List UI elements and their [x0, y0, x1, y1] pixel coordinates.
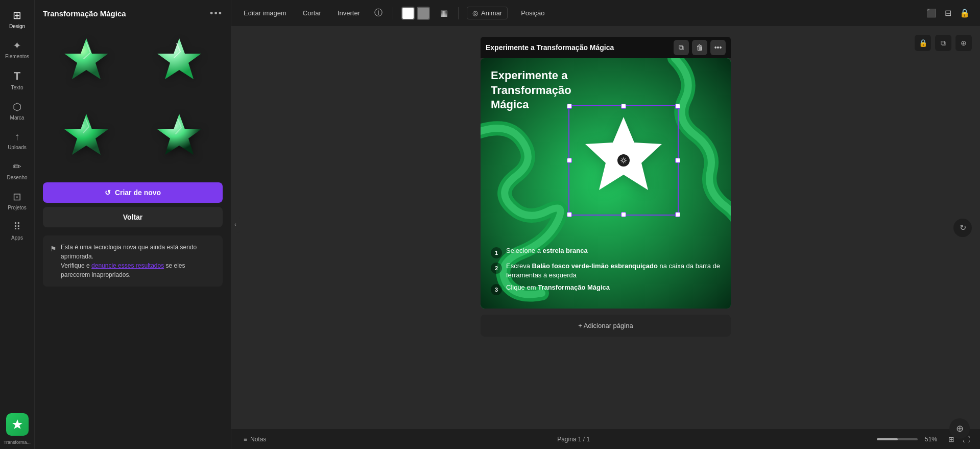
canvas-refresh-button[interactable]: ↻	[953, 219, 972, 237]
sidebar-item-projetos[interactable]: ⊡ Projetos	[2, 186, 33, 215]
texto-icon: T	[14, 69, 20, 83]
panel-title: Transformação Mágica	[43, 9, 126, 18]
criar-de-novo-button[interactable]: ↺ Criar de novo	[43, 182, 223, 203]
sidebar-item-label: Desenho	[7, 175, 27, 180]
projetos-icon: ⊡	[13, 191, 21, 203]
accessibility-icon: ⊕	[956, 423, 964, 434]
sidebar-item-label: Elementos	[5, 54, 29, 59]
cortar-button[interactable]: Cortar	[299, 7, 325, 19]
notes-icon: ≡	[244, 436, 247, 443]
canvas-lock-icon[interactable]: 🔒	[915, 35, 931, 51]
sidebar-item-label: Projetos	[8, 205, 27, 210]
canvas-area: 🔒 ⧉ ⊕ ↻ Experimente a Transformação Mági…	[231, 27, 980, 429]
design-icon: ⊞	[13, 9, 21, 21]
sidebar-item-elementos[interactable]: ✦ Elementos	[2, 35, 33, 63]
step-num-2: 2	[491, 263, 502, 274]
sidebar-item-design[interactable]: ⊞ Design	[2, 5, 33, 33]
canvas-add-icon[interactable]: ⊕	[955, 35, 972, 51]
sidebar-item-label: Design	[9, 23, 25, 29]
app-shortcut-icon[interactable]	[6, 413, 29, 436]
card-title: Experimente a Transformação Mágica	[486, 43, 671, 52]
step-3: 3 Clique em Transformação Mágica	[491, 283, 721, 295]
star-item-1[interactable]	[43, 29, 130, 99]
desenho-icon: ✏	[13, 160, 21, 173]
sidebar-item-label: Texto	[11, 85, 23, 90]
page-info: Página 1 / 1	[557, 436, 590, 443]
color-swatch-gray[interactable]	[417, 7, 430, 20]
zoom-percentage: 51%	[922, 436, 940, 443]
align-icon[interactable]: ⊟	[943, 6, 953, 20]
panel: Transformação Mágica •••	[35, 0, 231, 449]
stars-grid	[35, 25, 231, 182]
striped-pattern-icon[interactable]: ▦	[438, 6, 450, 20]
accessibility-button[interactable]: ⊕	[949, 418, 970, 439]
info-box: ⚑ Esta é uma tecnologia nova que ainda e…	[43, 235, 223, 287]
sidebar-item-label: Uploads	[8, 145, 27, 150]
sidebar-item-texto[interactable]: T Texto	[2, 65, 33, 94]
step-text-1: Selecione a estrela branca	[506, 246, 588, 255]
step-text-3: Clique em Transformação Mágica	[506, 283, 610, 292]
sidebar: ⊞ Design ✦ Elementos T Texto ⬡ Marca ↑ U…	[0, 0, 35, 449]
main-area: Editar imagem Cortar Inverter ⓘ ▦ ◎ Anim…	[231, 0, 980, 449]
editar-imagem-button[interactable]: Editar imagem	[240, 7, 291, 19]
topbar: Editar imagem Cortar Inverter ⓘ ▦ ◎ Anim…	[231, 0, 980, 27]
sidebar-item-label: Apps	[11, 235, 23, 241]
step-1: 1 Selecione a estrela branca	[491, 246, 721, 258]
marca-icon: ⬡	[13, 101, 21, 113]
zoom-slider-fill	[877, 438, 898, 440]
app-shortcut-label: Transforma...	[4, 440, 31, 445]
star-item-2[interactable]	[136, 29, 223, 99]
refresh-icon: ↺	[105, 188, 111, 197]
topbar-divider-1	[393, 7, 393, 19]
checkerboard-icon[interactable]: ⬛	[924, 6, 939, 20]
sidebar-item-desenho[interactable]: ✏ Desenho	[2, 156, 33, 184]
transform-magic-center-icon	[617, 154, 630, 167]
voltar-button[interactable]: Voltar	[43, 207, 223, 227]
canvas-main-title: Experimente a Transformação Mágica	[491, 68, 571, 112]
info-text: Esta é uma tecnologia nova que ainda est…	[61, 243, 216, 279]
step-text-2: Escreva Balão fosco verde-limão esbranqu…	[506, 262, 721, 280]
flag-icon: ⚑	[50, 244, 57, 279]
sidebar-bottom: Transforma...	[4, 411, 31, 445]
panel-more-button[interactable]: •••	[210, 8, 223, 19]
card-more-button[interactable]: •••	[710, 40, 726, 55]
zoom-control: 51%	[877, 436, 940, 443]
bottom-center: Página 1 / 1	[276, 436, 871, 443]
topbar-right-icons: ⬛ ⊟ 🔒	[924, 6, 972, 20]
canvas-top-icons: 🔒 ⧉ ⊕	[915, 35, 972, 51]
design-card: Experimente a Transformação Mágica ⧉ 🗑 •…	[481, 37, 731, 337]
white-star-container[interactable]	[572, 109, 675, 211]
topbar-divider-2	[458, 7, 459, 19]
steps-section: 1 Selecione a estrela branca 2 Escreva B…	[491, 246, 721, 298]
design-canvas[interactable]: Experimente a Transformação Mágica	[481, 58, 731, 309]
report-link[interactable]: denuncie esses resultados	[91, 262, 164, 269]
info-icon[interactable]: ⓘ	[372, 6, 385, 20]
animar-icon: ◎	[472, 9, 478, 17]
card-copy-button[interactable]: ⧉	[674, 40, 689, 55]
animar-button[interactable]: ◎ Animar	[467, 7, 508, 19]
sidebar-item-apps[interactable]: ⠿ Apps	[2, 217, 33, 245]
elementos-icon: ✦	[13, 39, 21, 52]
notes-button[interactable]: ≡ Notas	[240, 434, 270, 445]
canvas-duplicate-icon[interactable]: ⧉	[935, 35, 951, 51]
step-2: 2 Escreva Balão fosco verde-limão esbran…	[491, 262, 721, 280]
step-num-1: 1	[491, 247, 502, 258]
zoom-slider[interactable]	[877, 438, 918, 440]
add-page-button[interactable]: + Adicionar página	[481, 315, 731, 337]
star-item-3[interactable]	[43, 105, 130, 174]
panel-hide-arrow[interactable]: ‹	[231, 217, 240, 233]
sidebar-item-label: Marca	[10, 115, 25, 121]
color-swatch-white[interactable]	[401, 7, 415, 20]
color-swatches	[401, 7, 430, 20]
posicao-button[interactable]: Posição	[516, 7, 549, 19]
uploads-icon: ↑	[15, 131, 20, 143]
inverter-button[interactable]: Inverter	[333, 7, 364, 19]
star-item-4[interactable]	[136, 105, 223, 174]
card-delete-button[interactable]: 🗑	[692, 40, 707, 55]
lock-icon[interactable]: 🔒	[958, 6, 972, 20]
bottombar: ≡ Notas Página 1 / 1 51% ⊞ ⛶	[231, 429, 980, 449]
step-num-3: 3	[491, 284, 502, 295]
sidebar-item-uploads[interactable]: ↑ Uploads	[2, 127, 33, 154]
sidebar-item-marca[interactable]: ⬡ Marca	[2, 97, 33, 125]
panel-header: Transformação Mágica •••	[35, 0, 231, 25]
